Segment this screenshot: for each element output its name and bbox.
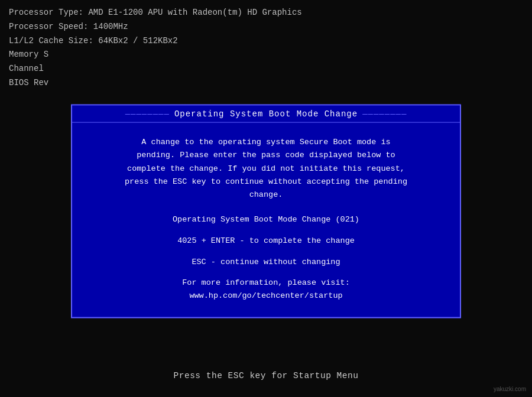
- processor-type-line: Processor Type: AMD E1-1200 APU with Rad…: [9, 6, 302, 20]
- info-url: www.hp.com/go/techcenter/startup: [90, 289, 442, 302]
- bios-info-section: Processor Type: AMD E1-1200 APU with Rad…: [9, 6, 302, 90]
- enter-instruction: 4025 + ENTER - to complete the change: [90, 235, 442, 248]
- bios-screen: Processor Type: AMD E1-1200 APU with Rad…: [0, 0, 532, 397]
- processor-speed-line: Processor Speed: 1400MHz: [9, 20, 302, 34]
- boot-mode-dialog: Operating System Boot Mode Change A chan…: [71, 105, 461, 318]
- dialog-description: A change to the operating system Secure …: [90, 136, 442, 201]
- dialog-body: A change to the operating system Secure …: [72, 123, 460, 317]
- memory-line: Memory S: [9, 48, 302, 62]
- startup-menu-text: Press the ESC key for Startup Menu: [174, 371, 359, 380]
- esc-instruction: ESC - continue without changing: [90, 255, 442, 268]
- dialog-title: Operating System Boot Mode Change: [72, 106, 460, 123]
- info-label: For more information, please visit:: [90, 276, 442, 289]
- bottom-status-bar: Press the ESC key for Startup Menu: [0, 371, 532, 380]
- bios-rev-line: BIOS Rev: [9, 76, 302, 90]
- boot-mode-code: Operating System Boot Mode Change (021): [90, 213, 442, 226]
- cache-size-line: L1/L2 Cache Size: 64KBx2 / 512KBx2: [9, 34, 302, 48]
- info-url-section: For more information, please visit: www.…: [90, 276, 442, 302]
- watermark-text: yakuzki.com: [494, 386, 526, 392]
- channel-line: Channel: [9, 62, 302, 76]
